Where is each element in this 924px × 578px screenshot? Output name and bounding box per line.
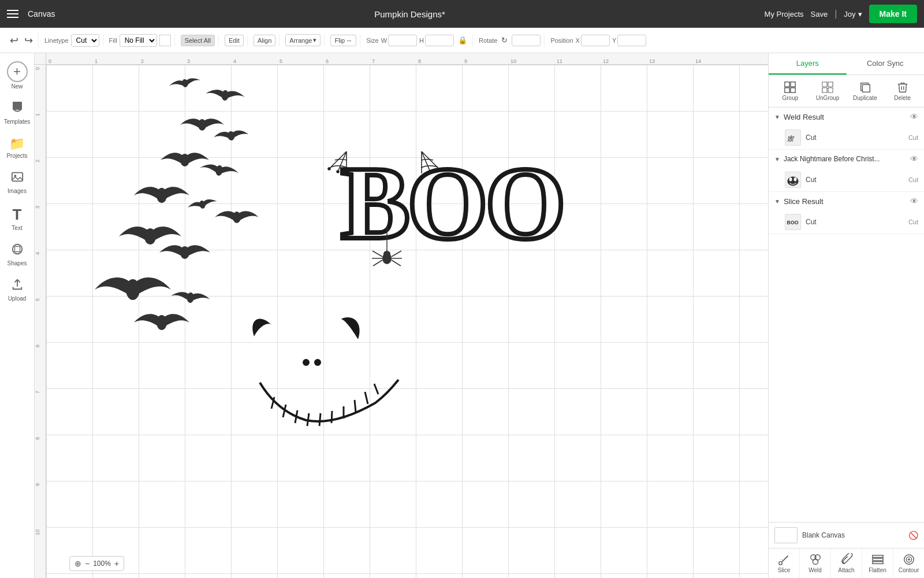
svg-rect-46 [785,82,789,87]
weld-cut-type: Cut [908,134,918,141]
zoom-location-button[interactable]: ⊕ [74,559,81,568]
sidebar-item-upload[interactable]: Upload [2,273,32,306]
slice-action[interactable]: Slice [769,549,800,578]
flip-button[interactable]: Flip ↔ [330,35,356,46]
slice-cut-thumb: BOO [785,214,801,230]
group-button[interactable]: Group [772,79,808,103]
blank-canvas-visibility-icon[interactable]: 🚫 [908,531,918,540]
svg-rect-48 [785,88,789,92]
sidebar-shapes-label: Shapes [8,260,27,266]
duplicate-label: Duplicate [853,95,877,101]
edit-button[interactable]: Edit [225,35,244,46]
rotate-button[interactable]: ↻ [500,34,509,46]
svg-point-27 [383,251,390,257]
fill-select[interactable]: No Fill [120,34,157,47]
flatten-label: Flatten [869,567,886,573]
contour-icon [903,553,915,566]
sidebar-item-images[interactable]: Images [2,166,32,199]
sidebar-item-templates[interactable]: Templates [2,95,32,129]
svg-line-45 [374,384,378,394]
height-input[interactable] [425,35,454,46]
layer-item-weld-cut[interactable]: 🕸 Cut Cut [769,126,924,149]
flatten-action[interactable]: Flatten [862,549,893,578]
layer-item-jack-cut[interactable]: Cut Cut [769,168,924,191]
undo-button[interactable]: ↩ [8,32,20,49]
zoom-out-button[interactable]: − [85,559,90,568]
svg-point-35 [314,359,321,366]
rotate-input[interactable] [512,35,541,46]
weld-action[interactable]: Weld [800,549,831,578]
contour-action[interactable]: Contour [893,549,924,578]
jack-face-design[interactable] [252,317,398,426]
design-canvas-svg[interactable]: BOO BOO BOO [46,65,768,578]
blank-canvas-name: Blank Canvas [802,531,904,539]
svg-line-39 [307,413,309,426]
blank-canvas-thumb [774,527,798,543]
boo-design[interactable]: BOO BOO BOO [328,146,563,261]
delete-button[interactable]: Delete [884,79,921,103]
right-panel: Layers Color Sync Group [768,53,924,578]
width-input[interactable] [388,35,417,46]
svg-line-41 [331,411,332,423]
ruler-left: 0 1 2 3 4 5 6 7 8 9 10 [35,65,46,578]
select-all-button[interactable]: Select All [181,35,215,46]
svg-line-30 [373,260,382,266]
arrange-button[interactable]: Arrange ▾ [285,34,321,46]
layer-group-slice-result: ▼ Slice Result 👁 BOO Cut Cut [769,192,924,234]
canvas-content[interactable]: BOO BOO BOO [46,65,768,578]
attach-action[interactable]: Attach [831,549,862,578]
layer-group-jack-header[interactable]: ▼ Jack Nightmare Before Christ... 👁 [769,150,924,168]
user-button[interactable]: Joy ▾ [844,10,862,18]
sidebar-images-label: Images [8,188,27,194]
fill-color-button[interactable] [159,35,171,46]
jack-visibility-icon[interactable]: 👁 [910,154,918,164]
canvas-grid[interactable]: BOO BOO BOO [46,65,768,578]
hamburger-menu[interactable] [7,10,18,18]
save-button[interactable]: Save [811,10,828,18]
x-input[interactable] [581,35,610,46]
my-projects-button[interactable]: My Projects [765,10,804,18]
svg-text:🕸: 🕸 [787,135,795,142]
canvas-area[interactable]: 0 1 2 3 4 5 6 7 8 9 10 11 12 13 14 0 1 [35,53,768,578]
shapes-icon [11,243,24,259]
sidebar-item-projects[interactable]: 📁 Projects [2,132,32,164]
svg-line-40 [319,413,321,426]
ungroup-button[interactable]: UnGroup [810,79,846,103]
sidebar-text-label: Text [12,225,22,231]
delete-icon [896,81,909,94]
lock-proportions-button[interactable]: 🔒 [456,34,469,46]
x-label: X [576,37,580,44]
tab-layers[interactable]: Layers [769,53,847,75]
rotate-label: Rotate [479,37,497,44]
align-button[interactable]: Align [254,35,275,46]
sidebar-item-shapes[interactable]: Shapes [2,238,32,271]
jack-cut-type: Cut [908,176,918,183]
make-it-button[interactable]: Make It [869,5,917,23]
svg-rect-52 [822,88,827,92]
svg-point-3 [12,244,22,254]
duplicate-button[interactable]: Duplicate [847,79,884,103]
layer-group-slice-header[interactable]: ▼ Slice Result 👁 [769,192,924,210]
sidebar-upload-label: Upload [8,295,27,302]
left-sidebar: + New Templates 📁 Projects Images T Text [0,53,35,578]
sidebar-item-text[interactable]: T Text [2,201,32,236]
blank-canvas-row[interactable]: Blank Canvas 🚫 [769,523,924,548]
layer-group-weld-header[interactable]: ▼ Weld Result 👁 [769,108,924,126]
svg-point-9 [180,154,189,166]
slice-visibility-icon[interactable]: 👁 [910,197,918,206]
delete-label: Delete [894,95,911,101]
layers-content: ▼ Weld Result 👁 🕸 Cut Cut ▼ [769,108,924,522]
images-icon [11,171,24,187]
tab-color-sync[interactable]: Color Sync [847,53,925,75]
sidebar-projects-label: Projects [6,153,27,159]
weld-visibility-icon[interactable]: 👁 [910,112,918,121]
width-label: W [381,37,387,44]
redo-button[interactable]: ↪ [23,32,35,49]
svg-point-20 [337,171,339,173]
zoom-in-button[interactable]: + [114,559,119,568]
linetype-select[interactable]: Cut [71,34,99,47]
attach-label: Attach [838,567,854,573]
layer-item-slice-cut[interactable]: BOO Cut Cut [769,210,924,234]
sidebar-item-new[interactable]: + New [3,58,31,93]
y-input[interactable] [617,35,646,46]
